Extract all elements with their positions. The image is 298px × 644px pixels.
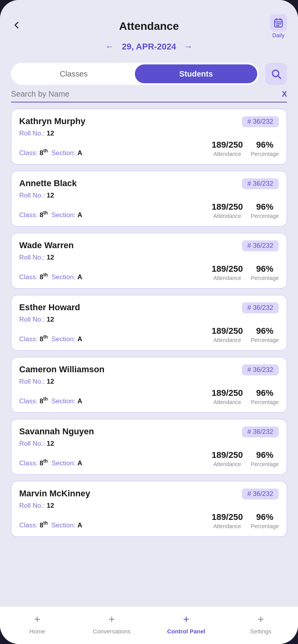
percentage-value: 96% xyxy=(256,264,273,274)
rank-badge: # 36/232 xyxy=(242,240,279,251)
roll-number: Roll No.: 12 xyxy=(19,378,279,386)
attendance-label: Attendance xyxy=(213,151,241,157)
rank-badge: # 36/232 xyxy=(242,178,279,189)
roll-number: Roll No.: 12 xyxy=(19,130,279,137)
class-info: Class: 8th Section: A xyxy=(19,272,82,281)
nav-item-control_panel[interactable]: + Control Panel xyxy=(149,613,224,635)
page-title: Attendance xyxy=(119,20,179,33)
settings-icon: + xyxy=(258,613,264,626)
roll-number: Roll No.: 12 xyxy=(19,316,279,324)
nav-item-home[interactable]: + Home xyxy=(0,613,74,635)
nav-item-settings[interactable]: + Settings xyxy=(224,613,298,635)
roll-number: Roll No.: 12 xyxy=(19,254,279,262)
current-date: 29, APR-2024 xyxy=(122,42,176,52)
settings-nav-label: Settings xyxy=(250,628,271,635)
student-card[interactable]: Marvin McKinney # 36/232 Roll No.: 12 Cl… xyxy=(11,481,287,537)
rank-badge: # 36/232 xyxy=(242,364,279,375)
view-toggle: Classes Students xyxy=(11,63,259,85)
attendance-stats: 189/250 Attendance 96% Percentage xyxy=(212,202,279,219)
bottom-nav: + Home + Conversations + Control Panel +… xyxy=(0,606,298,644)
class-info: Class: 8th Section: A xyxy=(19,148,82,157)
percentage-value: 96% xyxy=(256,140,273,150)
classes-tab[interactable]: Classes xyxy=(13,64,135,83)
roll-number: Roll No.: 12 xyxy=(19,440,279,448)
svg-rect-4 xyxy=(276,23,278,24)
date-navigation: ← 29, APR-2024 → xyxy=(105,42,193,52)
student-name: Wade Warren xyxy=(19,240,74,251)
attendance-label: Attendance xyxy=(213,461,241,467)
attendance-value: 189/250 xyxy=(212,388,243,398)
class-info: Class: 8th Section: A xyxy=(19,210,82,219)
attendance-value: 189/250 xyxy=(212,450,243,460)
attendance-label: Attendance xyxy=(213,399,241,405)
back-button[interactable] xyxy=(11,20,22,33)
attendance-value: 189/250 xyxy=(212,512,243,522)
class-info: Class: 8th Section: A xyxy=(19,458,82,467)
toggle-row: Classes Students xyxy=(0,58,298,90)
class-info: Class: 8th Section: A xyxy=(19,334,82,343)
svg-rect-8 xyxy=(278,25,279,26)
attendance-stats: 189/250 Attendance 96% Percentage xyxy=(212,326,279,343)
control_panel-nav-label: Control Panel xyxy=(167,628,205,635)
student-card[interactable]: Cameron Williamson # 36/232 Roll No.: 12… xyxy=(11,357,287,413)
percentage-label: Percentage xyxy=(251,461,279,467)
percentage-value: 96% xyxy=(256,512,273,522)
student-card[interactable]: Esther Howard # 36/232 Roll No.: 12 Clas… xyxy=(11,295,287,351)
prev-date-button[interactable]: ← xyxy=(105,42,114,52)
svg-rect-7 xyxy=(276,25,278,26)
rank-badge: # 36/232 xyxy=(242,426,279,437)
attendance-label: Attendance xyxy=(213,275,241,281)
home-nav-label: Home xyxy=(29,628,45,635)
student-name: Esther Howard xyxy=(19,302,80,313)
class-info: Class: 8th Section: A xyxy=(19,520,82,529)
student-card[interactable]: Kathryn Murphy # 36/232 Roll No.: 12 Cla… xyxy=(11,109,287,165)
attendance-stats: 189/250 Attendance 96% Percentage xyxy=(212,388,279,405)
percentage-value: 96% xyxy=(256,202,273,212)
attendance-value: 189/250 xyxy=(212,264,243,274)
rank-badge: # 36/232 xyxy=(242,302,279,313)
percentage-label: Percentage xyxy=(251,399,279,405)
student-name: Cameron Williamson xyxy=(19,364,104,375)
rank-badge: # 36/232 xyxy=(242,116,279,127)
header: Attendance Daily xyxy=(0,0,298,58)
student-card[interactable]: Wade Warren # 36/232 Roll No.: 12 Class:… xyxy=(11,233,287,289)
attendance-stats: 189/250 Attendance 96% Percentage xyxy=(212,264,279,281)
percentage-value: 96% xyxy=(256,388,273,398)
calendar-label: Daily xyxy=(272,32,284,38)
search-toggle-button[interactable] xyxy=(265,63,287,85)
student-name: Kathryn Murphy xyxy=(19,116,85,126)
phone-frame: Attendance Daily xyxy=(0,0,298,644)
home-icon: + xyxy=(34,613,40,626)
class-info: Class: 8th Section: A xyxy=(19,396,82,405)
attendance-stats: 189/250 Attendance 96% Percentage xyxy=(212,450,279,467)
conversations-icon: + xyxy=(109,613,115,626)
search-input[interactable] xyxy=(11,90,282,99)
svg-rect-6 xyxy=(280,23,281,24)
nav-item-conversations[interactable]: + Conversations xyxy=(74,613,149,635)
attendance-value: 189/250 xyxy=(212,202,243,212)
rank-badge: # 36/232 xyxy=(242,488,279,499)
student-card[interactable]: Annette Black # 36/232 Roll No.: 12 Clas… xyxy=(11,171,287,227)
attendance-stats: 189/250 Attendance 96% Percentage xyxy=(212,512,279,529)
attendance-stats: 189/250 Attendance 96% Percentage xyxy=(212,140,279,157)
percentage-label: Percentage xyxy=(251,523,279,529)
percentage-label: Percentage xyxy=(251,151,279,157)
attendance-value: 189/250 xyxy=(212,140,243,150)
calendar-button[interactable]: Daily xyxy=(270,14,287,38)
search-clear-button[interactable]: X xyxy=(282,90,287,99)
next-date-button[interactable]: → xyxy=(184,42,193,52)
percentage-value: 96% xyxy=(256,450,273,460)
student-list: Kathryn Murphy # 36/232 Roll No.: 12 Cla… xyxy=(0,104,298,606)
student-name: Annette Black xyxy=(19,178,77,188)
roll-number: Roll No.: 12 xyxy=(19,192,279,199)
roll-number: Roll No.: 12 xyxy=(19,502,279,510)
student-name: Marvin McKinney xyxy=(19,488,90,499)
student-name: Savannah Nguyen xyxy=(19,426,94,437)
percentage-label: Percentage xyxy=(251,337,279,343)
attendance-label: Attendance xyxy=(213,523,241,529)
attendance-label: Attendance xyxy=(213,337,241,343)
students-tab[interactable]: Students xyxy=(135,64,257,83)
search-icon xyxy=(271,68,282,79)
calendar-icon xyxy=(270,14,287,31)
student-card[interactable]: Savannah Nguyen # 36/232 Roll No.: 12 Cl… xyxy=(11,419,287,475)
